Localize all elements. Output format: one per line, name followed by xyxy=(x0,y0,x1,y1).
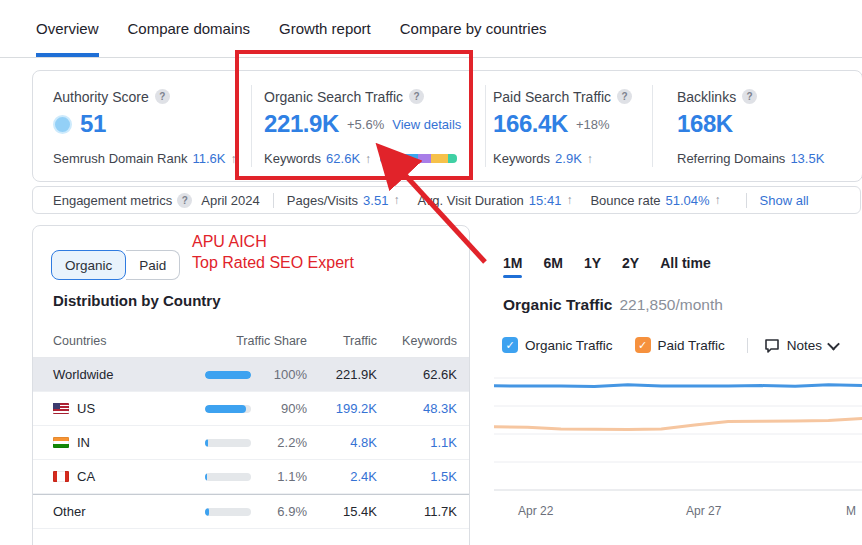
engagement-label: Engagement metrics xyxy=(53,193,172,208)
paid-legend-label: Paid Traffic xyxy=(658,338,725,353)
info-icon[interactable] xyxy=(177,193,192,208)
authority-score-value: 51 xyxy=(80,110,106,138)
organic-traffic-delta: +5.6% xyxy=(347,117,384,132)
range-1y[interactable]: 1Y xyxy=(584,247,601,278)
keywords-value[interactable]: 1.5K xyxy=(377,469,457,484)
country-table-header: Countries Traffic Share Traffic Keywords xyxy=(33,328,469,358)
notes-dropdown[interactable]: Notes xyxy=(764,338,838,353)
country-name: IN xyxy=(77,435,90,450)
tab-overview[interactable]: Overview xyxy=(36,0,99,57)
show-all-link[interactable]: Show all xyxy=(760,193,809,208)
paid-traffic-title: Paid Search Traffic xyxy=(493,89,611,105)
organic-traffic-title: Organic Search Traffic xyxy=(264,89,403,105)
country-name: CA xyxy=(77,469,95,484)
keywords-intent-bar[interactable] xyxy=(380,154,457,163)
traffic-value[interactable]: 4.8K xyxy=(307,435,377,450)
pages-visits-value: 3.51 xyxy=(363,193,388,208)
visit-duration-label: Avg. Visit Duration xyxy=(417,193,523,208)
keywords-value[interactable]: 48.3K xyxy=(377,401,457,416)
traffic-value[interactable]: 2.4K xyxy=(307,469,377,484)
paid-traffic-value: 166.4K xyxy=(493,110,568,138)
annotation-text: APU AICH Top Rated SEO Expert xyxy=(192,231,354,273)
share-bar xyxy=(205,439,251,447)
chevron-down-icon xyxy=(827,337,840,350)
keywords-value[interactable]: 1.1K xyxy=(377,435,457,450)
share-value: 90% xyxy=(251,401,307,416)
paid-keywords-value[interactable]: 2.9K xyxy=(555,151,582,166)
x-tick-label: Apr 22 xyxy=(518,504,553,518)
keywords-value: 62.6K xyxy=(377,367,457,382)
keywords-value[interactable]: 62.6K xyxy=(326,151,360,166)
table-row-ca[interactable]: CA 1.1% 2.4K 1.5K xyxy=(33,460,469,494)
authority-gauge-icon xyxy=(53,115,72,134)
share-bar xyxy=(205,473,251,481)
backlinks-card: Backlinks 168K Referring Domains13.5K xyxy=(677,71,824,181)
up-arrow-icon: ↑ xyxy=(587,152,593,166)
referring-domains-label: Referring Domains xyxy=(677,151,785,166)
info-icon[interactable] xyxy=(155,89,170,104)
table-row-in[interactable]: IN 2.2% 4.8K 1.1K xyxy=(33,426,469,460)
divider xyxy=(746,193,747,208)
divider xyxy=(747,338,748,353)
range-6m[interactable]: 6M xyxy=(543,247,562,278)
paid-toggle-button[interactable]: Paid xyxy=(126,250,180,280)
share-bar xyxy=(205,508,251,516)
notes-icon xyxy=(764,338,780,353)
col-keywords: Keywords xyxy=(377,334,457,348)
date-range-tabs: 1M 6M 1Y 2Y All time xyxy=(503,247,711,278)
table-row-worldwide[interactable]: Worldwide 100% 221.9K 62.6K xyxy=(33,358,469,392)
range-1m[interactable]: 1M xyxy=(503,247,522,278)
table-row-us[interactable]: US 90% 199.2K 48.3K xyxy=(33,392,469,426)
referring-domains-value[interactable]: 13.5K xyxy=(790,151,824,166)
keywords-label: Keywords xyxy=(264,151,321,166)
engagement-period: April 2024 xyxy=(201,193,260,208)
authority-score-title: Authority Score xyxy=(53,89,149,105)
traffic-type-toggle: Organic Paid xyxy=(51,250,180,280)
card-divider xyxy=(652,85,653,167)
pages-visits-label: Pages/Visits xyxy=(287,193,358,208)
keywords-label: Keywords xyxy=(493,151,550,166)
up-arrow-icon: ↑ xyxy=(715,193,721,207)
range-2y[interactable]: 2Y xyxy=(622,247,639,278)
col-countries: Countries xyxy=(53,334,205,348)
in-flag-icon xyxy=(53,437,69,448)
backlinks-value: 168K xyxy=(677,110,733,138)
chart-title: Organic Traffic221,850/month xyxy=(503,296,723,314)
traffic-trend-chart xyxy=(494,362,862,504)
organic-traffic-value: 221.9K xyxy=(264,110,339,138)
visit-duration-value: 15:41 xyxy=(529,193,562,208)
col-traffic: Traffic xyxy=(307,334,377,348)
domain-rank-label: Semrush Domain Rank xyxy=(53,151,187,166)
country-name: Other xyxy=(53,504,86,519)
backlinks-title: Backlinks xyxy=(677,89,736,105)
top-tab-bar: Overview Compare domains Growth report C… xyxy=(0,0,862,58)
info-icon[interactable] xyxy=(409,89,424,104)
organic-legend-label: Organic Traffic xyxy=(525,338,613,353)
view-details-link[interactable]: View details xyxy=(392,117,461,132)
metrics-summary-card: Authority Score 51 Semrush Domain Rank11… xyxy=(32,70,862,182)
tab-compare-domains[interactable]: Compare domains xyxy=(128,0,251,57)
info-icon[interactable] xyxy=(742,89,757,104)
paid-traffic-checkbox[interactable] xyxy=(635,337,651,353)
annotation-line2: Top Rated SEO Expert xyxy=(192,252,354,273)
keywords-value: 11.7K xyxy=(377,504,457,519)
tab-compare-by-countries[interactable]: Compare by countries xyxy=(400,0,547,57)
organic-toggle-button[interactable]: Organic xyxy=(51,250,126,280)
us-flag-icon xyxy=(53,403,69,414)
tab-growth-report[interactable]: Growth report xyxy=(279,0,371,57)
distribution-panel: Organic Paid Distribution by Country Cou… xyxy=(32,225,470,545)
notes-label: Notes xyxy=(787,338,822,353)
share-bar xyxy=(205,405,251,413)
traffic-value[interactable]: 199.2K xyxy=(307,401,377,416)
table-row-other[interactable]: Other 6.9% 15.4K 11.7K xyxy=(33,494,469,529)
range-all-time[interactable]: All time xyxy=(660,247,711,278)
up-arrow-icon: ↑ xyxy=(365,152,371,166)
x-tick-label: Apr 27 xyxy=(686,504,721,518)
organic-traffic-checkbox[interactable] xyxy=(502,337,518,353)
domain-rank-value[interactable]: 11.6K xyxy=(192,151,225,166)
distribution-heading: Distribution by Country xyxy=(53,292,221,309)
info-icon[interactable] xyxy=(617,89,632,104)
ca-flag-icon xyxy=(53,471,69,482)
share-value: 100% xyxy=(251,367,307,382)
chart-title-label: Organic Traffic xyxy=(503,296,612,313)
